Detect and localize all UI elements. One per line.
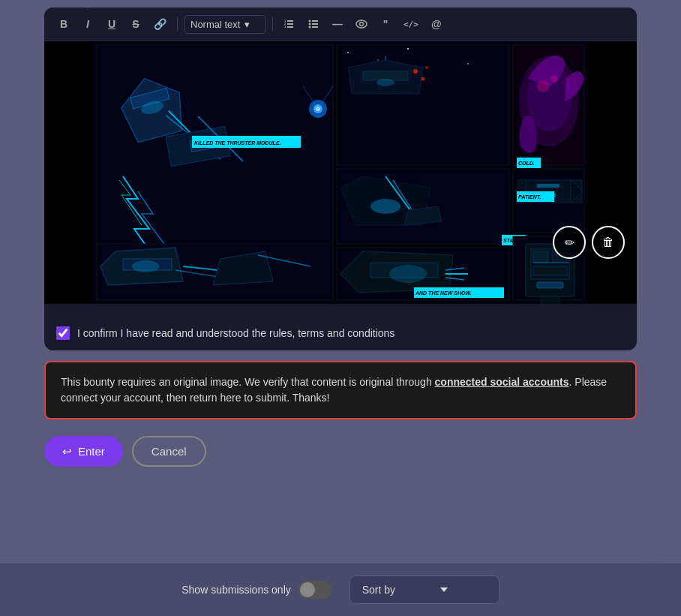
svg-rect-99 bbox=[533, 251, 548, 263]
italic-container: Italics I bbox=[77, 14, 98, 35]
svg-rect-2 bbox=[287, 26, 293, 28]
enter-label: Enter bbox=[78, 445, 105, 458]
confirm-checkbox[interactable] bbox=[56, 326, 70, 340]
svg-text:COLD.: COLD. bbox=[518, 161, 535, 166]
enter-icon: ↩ bbox=[62, 445, 72, 458]
confirm-label: I confirm I have read and understood the… bbox=[77, 327, 394, 339]
italic-button[interactable]: I bbox=[77, 14, 98, 35]
warning-box: This bounty requires an original image. … bbox=[44, 361, 637, 419]
submissions-toggle-row: Show submissions only bbox=[182, 581, 332, 599]
submissions-toggle[interactable] bbox=[298, 581, 332, 599]
editor-toolbar: B Italics I U S 🔗 Normal text ▾ 123 — bbox=[44, 8, 637, 41]
delete-image-button[interactable]: 🗑 bbox=[592, 226, 625, 259]
dropdown-arrow-icon: ▾ bbox=[244, 19, 250, 30]
image-action-buttons: ✏ 🗑 bbox=[553, 226, 625, 259]
text-format-dropdown[interactable]: Normal text ▾ bbox=[184, 15, 266, 34]
bold-button[interactable]: B bbox=[53, 14, 74, 35]
svg-point-47 bbox=[407, 48, 409, 50]
svg-point-50 bbox=[425, 66, 428, 69]
connected-social-accounts-link[interactable]: connected social accounts bbox=[435, 376, 569, 388]
toolbar-divider-1 bbox=[177, 17, 178, 32]
edit-image-button[interactable]: ✏ bbox=[553, 226, 586, 259]
toggle-thumb bbox=[300, 582, 315, 597]
underline-button[interactable]: U bbox=[101, 14, 122, 35]
svg-point-48 bbox=[467, 63, 469, 65]
svg-text:PATIENT.: PATIENT. bbox=[518, 194, 541, 200]
svg-rect-9 bbox=[312, 23, 318, 25]
svg-point-8 bbox=[309, 23, 311, 26]
sort-by-chevron-icon bbox=[440, 587, 448, 592]
svg-text:KILLED THE THRUSTER MODULE.: KILLED THE THRUSTER MODULE. bbox=[194, 140, 281, 146]
quote-button[interactable]: " bbox=[375, 14, 396, 35]
svg-point-10 bbox=[309, 26, 311, 29]
svg-point-13 bbox=[360, 23, 364, 26]
svg-point-93 bbox=[389, 265, 427, 283]
svg-rect-1 bbox=[287, 23, 293, 25]
enter-button[interactable]: ↩ Enter bbox=[44, 436, 123, 467]
preview-button[interactable] bbox=[351, 14, 372, 35]
warning-text-before: This bounty requires an original image. … bbox=[61, 376, 435, 388]
sort-by-label: Sort by bbox=[362, 584, 395, 596]
attachment-button[interactable]: 🔗 bbox=[149, 14, 171, 35]
svg-rect-101 bbox=[533, 266, 567, 275]
unordered-list-button[interactable] bbox=[303, 14, 324, 35]
confirmation-row: I confirm I have read and understood the… bbox=[44, 316, 637, 350]
editor-card: B Italics I U S 🔗 Normal text ▾ 123 — bbox=[44, 8, 637, 350]
svg-rect-7 bbox=[312, 20, 318, 22]
svg-text:3: 3 bbox=[284, 25, 286, 29]
svg-point-49 bbox=[413, 69, 418, 74]
svg-point-51 bbox=[422, 77, 425, 81]
svg-rect-0 bbox=[287, 20, 293, 22]
svg-text:AND THE NEW SHOW.: AND THE NEW SHOW. bbox=[415, 290, 472, 296]
toolbar-divider-2 bbox=[272, 17, 273, 32]
code-button[interactable]: </> bbox=[399, 14, 423, 35]
svg-rect-103 bbox=[537, 282, 563, 288]
bottom-bar: Show submissions only Sort by bbox=[0, 563, 681, 616]
text-format-label: Normal text bbox=[190, 19, 240, 30]
svg-rect-73 bbox=[537, 184, 560, 188]
ordered-list-button[interactable]: 123 bbox=[279, 14, 300, 35]
svg-point-65 bbox=[537, 80, 549, 92]
svg-point-45 bbox=[347, 52, 349, 53]
svg-point-6 bbox=[309, 20, 311, 23]
strikethrough-button[interactable]: S bbox=[125, 14, 146, 35]
svg-rect-40 bbox=[337, 45, 509, 165]
svg-rect-104 bbox=[541, 296, 560, 304]
cancel-button[interactable]: Cancel bbox=[132, 436, 206, 467]
action-buttons-row: ↩ Enter Cancel bbox=[44, 430, 637, 482]
submissions-toggle-label: Show submissions only bbox=[182, 584, 291, 596]
svg-point-12 bbox=[356, 20, 367, 28]
sort-by-dropdown[interactable]: Sort by bbox=[350, 575, 500, 604]
divider-button[interactable]: — bbox=[327, 14, 348, 35]
mention-button[interactable]: @ bbox=[426, 14, 447, 35]
svg-point-66 bbox=[550, 75, 558, 83]
image-area: KILLED THE THRUSTER MODULE. bbox=[44, 41, 637, 304]
svg-point-80 bbox=[132, 260, 159, 272]
svg-point-46 bbox=[377, 59, 379, 61]
svg-point-44 bbox=[376, 79, 394, 86]
svg-point-56 bbox=[370, 199, 400, 214]
svg-rect-11 bbox=[312, 26, 318, 28]
